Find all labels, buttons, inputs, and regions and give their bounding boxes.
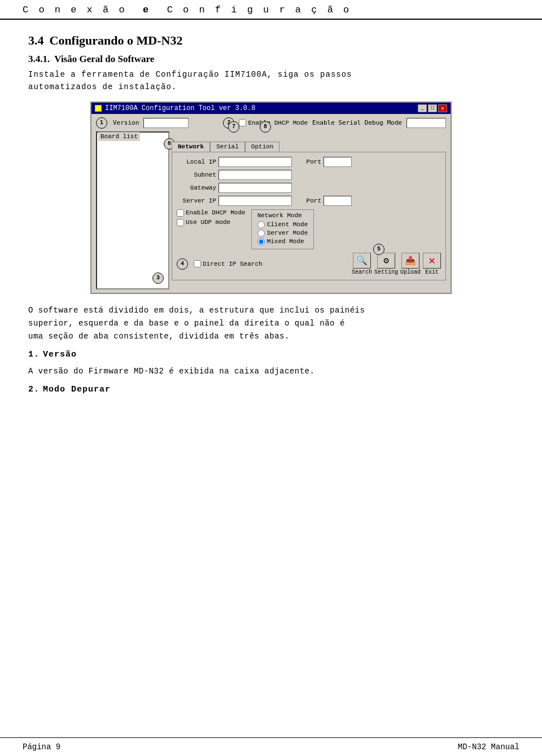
item2-header: 2. Modo Depurar	[28, 385, 514, 394]
tab-serial[interactable]: Serial	[210, 142, 245, 152]
tab-network[interactable]: Network	[172, 142, 210, 152]
numbered-item-2: 2. Modo Depurar	[28, 385, 514, 394]
mixed-mode-radio[interactable]	[257, 238, 265, 245]
upload-button[interactable]: 📤 Upload	[400, 253, 421, 275]
page-footer: Página 9 MD-N32 Manual	[0, 737, 542, 756]
page-header: C o n e x ã o e C o n f i g u r a ç ã o	[0, 0, 542, 20]
tab-option[interactable]: Option	[245, 142, 280, 152]
server-port-label: Port	[299, 197, 321, 204]
intro-text: Instale a ferramenta de Configuração IIM…	[28, 68, 514, 94]
window-controls[interactable]: _ □ ✕	[418, 104, 447, 112]
search-label: Search	[352, 269, 372, 275]
minimize-button[interactable]: _	[418, 104, 427, 112]
item1-title: Versão	[43, 350, 77, 359]
subnet-label: Subnet	[177, 172, 216, 178]
body-paragraph-1: O software está dividido em dois, a estr…	[28, 304, 514, 343]
direct-ip-text: Direct IP Search	[203, 261, 263, 267]
local-ip-label: Local IP	[177, 159, 216, 165]
tab-badges: 7 8	[228, 121, 271, 133]
subsection-number: 3.4.1.	[28, 54, 50, 65]
mixed-mode-label: Mixed Mode	[267, 238, 304, 245]
port-label: Port	[299, 159, 321, 165]
subnet-input[interactable]	[218, 170, 292, 180]
setting-icon: ⚙	[377, 253, 395, 269]
footer-brand: MD-N32 Manual	[458, 742, 519, 751]
enable-serial-debug-label[interactable]: Enable Serial Debug Mode	[312, 119, 402, 126]
network-mode-title: Network Mode	[257, 212, 308, 219]
port-input[interactable]	[324, 157, 352, 167]
section-number-label: 3.4	[28, 33, 44, 48]
udp-checkbox[interactable]	[177, 219, 184, 226]
local-ip-row: Local IP Port	[177, 157, 441, 167]
titlebar-text: IIM7100A Configuration Tool ver 3.0.8	[105, 104, 255, 112]
board-list-panel: Board list 3	[96, 131, 169, 289]
item2-number: 2.	[28, 385, 40, 394]
header-title: C o n e x ã o e C o n f i g u r a ç ã o	[23, 5, 351, 15]
board-list-label: Board list	[98, 132, 140, 141]
badge-4: 4	[177, 258, 188, 270]
search-icon: 🔍	[353, 253, 371, 269]
close-button[interactable]: ✕	[438, 104, 447, 112]
item1-header: 1. Versão	[28, 350, 514, 359]
upload-label: Upload	[400, 269, 421, 275]
numbered-item-1: 1. Versão A versão do Firmware MD-N32 é …	[28, 350, 514, 378]
local-ip-input[interactable]	[218, 157, 292, 167]
subnet-row: Subnet	[177, 170, 441, 180]
dhcp-checkbox[interactable]	[177, 209, 184, 217]
server-ip-label: Server IP	[177, 197, 216, 204]
main-content: 3.4 Configurando o MD-N32 3.4.1. Visão G…	[0, 20, 542, 428]
gateway-input[interactable]	[218, 183, 292, 193]
item2-title: Modo Depurar	[43, 385, 111, 394]
panels-row: Board list 3 7	[96, 131, 446, 289]
item1-number: 1.	[28, 350, 40, 359]
section-title-row: 3.4 Configurando o MD-N32	[28, 33, 514, 48]
options-area: Enable DHCP Mode Use UDP mode Network Mo…	[177, 209, 441, 249]
upload-icon: 📤	[401, 253, 419, 269]
setting-label: Setting	[374, 269, 398, 275]
server-mode-option[interactable]: Server Mode	[257, 230, 308, 237]
maximize-button[interactable]: □	[428, 104, 437, 112]
version-label: Version	[113, 119, 139, 126]
search-button[interactable]: 🔍 Search	[352, 253, 372, 275]
direct-ip-label[interactable]: Direct IP Search	[194, 260, 263, 267]
udp-label: Use UDP mode	[186, 219, 230, 226]
window-app-icon	[95, 105, 102, 112]
server-ip-row: Server IP Port	[177, 196, 441, 206]
subsection-row: 3.4.1. Visão Geral do Software	[28, 54, 514, 65]
client-mode-option[interactable]: Client Mode	[257, 221, 308, 228]
bottom-row-content: 4 Direct IP Search 🔍 S	[177, 253, 441, 275]
gateway-label: Gateway	[177, 184, 216, 191]
setting-button[interactable]: ⚙ Setting	[374, 253, 398, 275]
badge-7: 7	[228, 121, 239, 133]
version-input[interactable]	[143, 118, 189, 128]
server-port-input[interactable]	[324, 196, 352, 206]
window-body: 1 Version 2 Enable DHCP Mode Enable Seri…	[91, 114, 451, 293]
badge-5: 5	[373, 244, 384, 255]
badge-3: 3	[152, 272, 164, 284]
client-mode-label: Client Mode	[267, 221, 308, 228]
exit-button[interactable]: ✕ Exit	[423, 253, 441, 275]
top-controls-row: 1 Version 2 Enable DHCP Mode Enable Seri…	[96, 117, 446, 129]
options-left: Enable DHCP Mode Use UDP mode	[177, 209, 246, 249]
window-titlebar: IIM7100A Configuration Tool ver 3.0.8 _ …	[91, 103, 451, 114]
titlebar-left: IIM7100A Configuration Tool ver 3.0.8	[95, 104, 255, 112]
footer-page: Página 9	[23, 742, 60, 751]
server-mode-label: Server Mode	[267, 230, 308, 236]
dhcp-checkbox-label[interactable]: Enable DHCP Mode	[177, 209, 246, 217]
exit-label: Exit	[425, 269, 439, 275]
debug-mode-input[interactable]	[406, 118, 446, 128]
gateway-row: Gateway	[177, 183, 441, 193]
network-mode-box: Network Mode Client Mode Server Mode	[251, 209, 314, 249]
subsection-title: Visão Geral do Software	[54, 54, 154, 65]
direct-ip-checkbox[interactable]	[194, 260, 201, 267]
dhcp-label: Enable DHCP Mode	[186, 209, 246, 216]
software-window: IIM7100A Configuration Tool ver 3.0.8 _ …	[90, 102, 452, 294]
server-ip-input[interactable]	[218, 196, 292, 206]
server-mode-radio[interactable]	[257, 230, 265, 237]
exit-icon: ✕	[423, 253, 441, 269]
client-mode-radio[interactable]	[257, 221, 265, 228]
tabs-row: 6 Network Serial Option	[172, 142, 446, 152]
udp-checkbox-label[interactable]: Use UDP mode	[177, 219, 246, 226]
mixed-mode-option[interactable]: Mixed Mode	[257, 238, 308, 245]
item1-text: A versão do Firmware MD-N32 é exibida na…	[28, 365, 514, 378]
